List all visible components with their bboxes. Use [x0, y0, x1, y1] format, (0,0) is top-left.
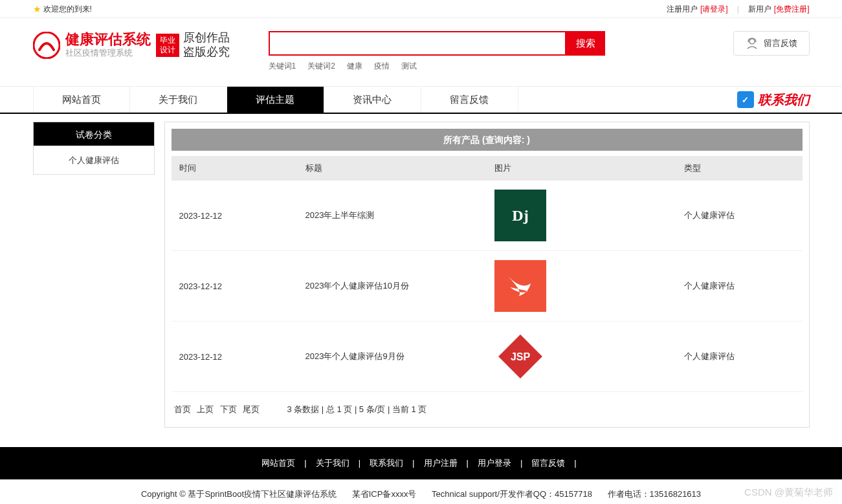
- icp: 某省ICP备xxxx号: [352, 489, 417, 499]
- topbar-right: 注册用户 [请登录] | 新用户 [免费注册]: [667, 0, 809, 18]
- table-row[interactable]: 2023-12-122023年个人健康评估9月份JSP个人健康评估: [172, 322, 803, 392]
- badge-red: 毕业 设计: [156, 34, 179, 57]
- table-header: 时间: [172, 156, 298, 181]
- new-user-label: 新用户: [748, 0, 771, 18]
- nav-item[interactable]: 关于我们: [130, 87, 227, 113]
- author-phone: 作者电话：13516821613: [608, 489, 702, 499]
- footer-info: Copyright © 基于SprintBoot疫情下社区健康评估系统 某省IC…: [0, 479, 842, 504]
- cell-date: 2023-12-12: [172, 322, 298, 392]
- pager-info: 3 条数据 | 总 1 页 | 5 条/页 | 当前 1 页: [287, 404, 427, 415]
- cell-date: 2023-12-12: [172, 181, 298, 251]
- feedback-label: 留言反馈: [764, 38, 797, 49]
- page-prev[interactable]: 上页: [197, 404, 214, 414]
- content-head: 所有产品 (查询内容: ): [172, 129, 803, 151]
- sidebar-item[interactable]: 个人健康评估: [33, 146, 155, 175]
- cell-type: 个人健康评估: [676, 181, 803, 251]
- headset-icon: [746, 37, 759, 50]
- page-first[interactable]: 首页: [174, 404, 191, 414]
- cell-image: JSP: [487, 322, 676, 392]
- cell-type: 个人健康评估: [676, 322, 803, 392]
- nav-item[interactable]: 评估主题: [227, 87, 324, 113]
- svg-point-1: [749, 39, 755, 44]
- table-header: 图片: [487, 156, 676, 181]
- keyword-link[interactable]: 测试: [401, 61, 417, 71]
- pager: 首页 上页 下页 尾页 3 条数据 | 总 1 页 | 5 条/页 | 当前 1…: [172, 392, 803, 421]
- footer-link[interactable]: 用户登录: [478, 458, 511, 468]
- login-link[interactable]: [请登录]: [700, 0, 728, 18]
- cell-image: Dj: [487, 181, 676, 251]
- cell-image: [487, 251, 676, 322]
- svg-text:JSP: JSP: [511, 351, 531, 362]
- keyword-link[interactable]: 疫情: [374, 61, 390, 71]
- cell-title: 2023年个人健康评估9月份: [298, 322, 487, 392]
- keyword-link[interactable]: 关键词1: [269, 61, 296, 71]
- contact-us[interactable]: ✓ 联系我们: [737, 91, 810, 109]
- table-header: 类型: [676, 156, 803, 181]
- table-row[interactable]: 2023-12-122023年上半年综测Dj个人健康评估: [172, 181, 803, 251]
- star-icon: ★: [33, 0, 41, 18]
- logo-area[interactable]: 健康评估系统 社区疫情管理系统 毕业 设计 原创作品 盗版必究: [33, 31, 230, 59]
- keywords: 关键词1关键词2健康疫情测试: [269, 61, 733, 72]
- search-input[interactable]: [269, 31, 566, 56]
- page-last[interactable]: 尾页: [243, 404, 260, 414]
- contact-text: 联系我们: [758, 91, 810, 109]
- footer-link[interactable]: 用户注册: [424, 458, 458, 468]
- page-next[interactable]: 下页: [220, 404, 237, 414]
- main: 试卷分类 个人健康评估 所有产品 (查询内容: ) 时间标题图片类型 2023-…: [33, 114, 810, 447]
- logo-icon: [33, 32, 60, 59]
- svg-point-0: [34, 32, 60, 58]
- badge-text: 原创作品 盗版必究: [183, 31, 230, 59]
- copyright: Copyright © 基于SprintBoot疫情下社区健康评估系统: [141, 489, 337, 499]
- search-button[interactable]: 搜索: [566, 31, 605, 56]
- nav-item[interactable]: 资讯中心: [324, 87, 421, 113]
- search-area: 搜索 关键词1关键词2健康疫情测试: [269, 31, 733, 72]
- table-header: 标题: [298, 156, 487, 181]
- cell-title: 2023年个人健康评估10月份: [298, 251, 487, 322]
- footer-link[interactable]: 网站首页: [261, 458, 295, 468]
- footer-link[interactable]: 联系我们: [370, 458, 403, 468]
- nav-item[interactable]: 留言反馈: [421, 87, 518, 113]
- sidebar: 试卷分类 个人健康评估: [33, 122, 155, 428]
- nav-item[interactable]: 网站首页: [33, 87, 130, 113]
- cell-date: 2023-12-12: [172, 251, 298, 322]
- topbar: ★ 欢迎您的到来! 注册用户 [请登录] | 新用户 [免费注册]: [0, 0, 842, 18]
- badge-box: 毕业 设计 原创作品 盗版必究: [156, 31, 230, 59]
- table-row[interactable]: 2023-12-122023年个人健康评估10月份个人健康评估: [172, 251, 803, 322]
- header: 健康评估系统 社区疫情管理系统 毕业 设计 原创作品 盗版必究 搜索 关键词1关…: [0, 18, 842, 78]
- tech-support: Technical support/开发作者QQ：45157718: [432, 489, 592, 499]
- cell-title: 2023年上半年综测: [298, 181, 487, 251]
- register-link[interactable]: [免费注册]: [774, 0, 810, 18]
- footer-link[interactable]: 关于我们: [316, 458, 349, 468]
- topbar-left: ★ 欢迎您的到来!: [33, 0, 92, 18]
- nav-wrap: 网站首页关于我们评估主题资讯中心留言反馈 ✓ 联系我们: [0, 86, 842, 114]
- pager-links: 首页 上页 下页 尾页: [174, 404, 264, 415]
- logo-subtitle: 社区疫情管理系统: [65, 47, 151, 59]
- check-icon: ✓: [737, 91, 754, 108]
- footer-link[interactable]: 留言反馈: [531, 458, 565, 468]
- data-table: 时间标题图片类型 2023-12-122023年上半年综测Dj个人健康评估202…: [172, 156, 803, 392]
- thumbnail-jsp: JSP: [494, 331, 546, 382]
- keyword-link[interactable]: 关键词2: [307, 61, 335, 71]
- footer-links: 网站首页|关于我们|联系我们|用户注册|用户登录|留言反馈|: [0, 447, 842, 479]
- thumbnail-swift: [494, 260, 546, 312]
- content: 所有产品 (查询内容: ) 时间标题图片类型 2023-12-122023年上半…: [164, 122, 810, 428]
- separator: |: [737, 0, 739, 18]
- sidebar-head: 试卷分类: [33, 122, 155, 146]
- registered-user-label: 注册用户: [667, 0, 698, 18]
- feedback-button[interactable]: 留言反馈: [733, 31, 810, 56]
- nav: 网站首页关于我们评估主题资讯中心留言反馈 ✓ 联系我们: [33, 87, 810, 113]
- keyword-link[interactable]: 健康: [347, 61, 362, 71]
- cell-type: 个人健康评估: [676, 251, 803, 322]
- thumbnail-dj: Dj: [494, 190, 546, 241]
- logo-title: 健康评估系统: [65, 32, 151, 47]
- welcome-text: 欢迎您的到来!: [43, 0, 92, 18]
